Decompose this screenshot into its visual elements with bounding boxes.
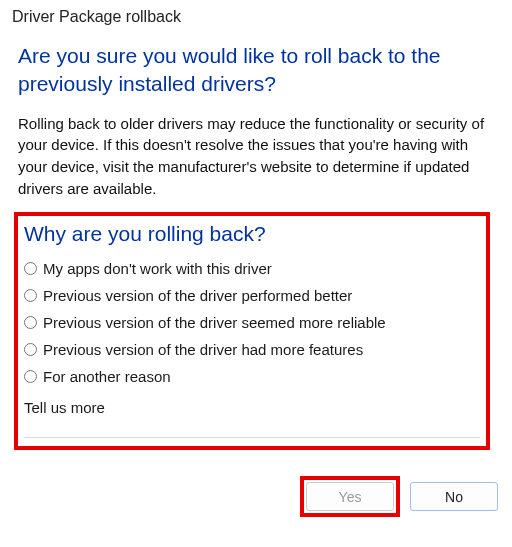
tell-us-more-input[interactable] [24, 420, 480, 438]
reason-label: For another reason [43, 368, 171, 385]
confirm-heading: Are you sure you would like to roll back… [18, 42, 494, 99]
yes-button[interactable]: Yes [306, 482, 394, 511]
reason-option[interactable]: Previous version of the driver seemed mo… [24, 314, 480, 331]
rollback-reason-section: Why are you rolling back? My apps don't … [14, 212, 490, 451]
reason-label: Previous version of the driver had more … [43, 341, 363, 358]
reason-heading: Why are you rolling back? [24, 222, 480, 246]
no-button[interactable]: No [410, 482, 498, 511]
dialog-content: Are you sure you would like to roll back… [0, 30, 512, 450]
reason-label: Previous version of the driver seemed mo… [43, 314, 386, 331]
reason-radio-another[interactable] [24, 370, 37, 383]
reason-radio-group: My apps don't work with this driver Prev… [24, 260, 480, 385]
reason-label: Previous version of the driver performed… [43, 287, 352, 304]
dialog-title: Driver Package rollback [0, 0, 512, 30]
reason-radio-more-features[interactable] [24, 343, 37, 356]
yes-button-highlight: Yes [300, 476, 400, 517]
tell-us-more-label: Tell us more [24, 399, 480, 416]
warning-text: Rolling back to older drivers may reduce… [18, 113, 494, 200]
reason-option[interactable]: Previous version of the driver had more … [24, 341, 480, 358]
reason-radio-apps[interactable] [24, 262, 37, 275]
reason-label: My apps don't work with this driver [43, 260, 272, 277]
reason-option[interactable]: For another reason [24, 368, 480, 385]
reason-option[interactable]: Previous version of the driver performed… [24, 287, 480, 304]
reason-radio-more-reliable[interactable] [24, 316, 37, 329]
reason-radio-performed-better[interactable] [24, 289, 37, 302]
reason-option[interactable]: My apps don't work with this driver [24, 260, 480, 277]
dialog-button-row: Yes No [0, 450, 512, 531]
